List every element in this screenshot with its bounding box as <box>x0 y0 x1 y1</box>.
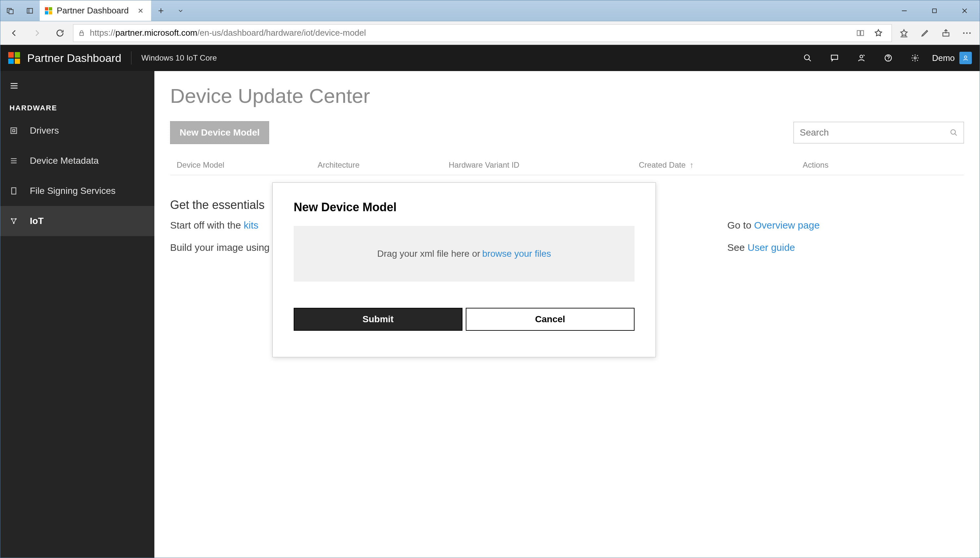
new-device-model-dialog: New Device Model Drag your xml file here… <box>272 182 656 357</box>
svg-point-13 <box>969 32 971 34</box>
app-body: HARDWARE Drivers Device Metadata File Si… <box>0 71 980 558</box>
essentials-row1-right: Go to Overview page <box>727 220 820 231</box>
sidebar-item-file-signing[interactable]: File Signing Services <box>0 176 154 206</box>
main-content: Device Update Center New Device Model De… <box>154 71 980 558</box>
sidebar-item-label: File Signing Services <box>30 185 115 196</box>
svg-rect-26 <box>13 130 15 132</box>
svg-rect-8 <box>80 33 84 35</box>
new-device-model-button[interactable]: New Device Model <box>170 121 269 144</box>
search-input[interactable] <box>800 127 950 138</box>
table-header-row: Device Model Architecture Hardware Varia… <box>170 156 964 175</box>
header-divider <box>131 51 132 64</box>
microsoft-logo-icon <box>8 52 20 64</box>
search-box[interactable] <box>794 122 964 143</box>
titlebar: Partner Dashboard × + <box>0 0 980 21</box>
iot-icon <box>10 217 21 225</box>
sidebar-item-device-metadata[interactable]: Device Metadata <box>0 146 154 176</box>
tab-favicon <box>45 7 52 15</box>
kits-link[interactable]: kits <box>244 220 259 231</box>
sidebar-item-iot[interactable]: IoT <box>0 206 154 236</box>
file-dropzone[interactable]: Drag your xml file here or browse your f… <box>294 226 634 282</box>
nav-back-button[interactable] <box>4 23 24 43</box>
favorite-icon[interactable] <box>874 28 887 38</box>
app-context[interactable]: Windows 10 IoT Core <box>141 53 217 62</box>
svg-point-12 <box>966 32 968 34</box>
user-name: Demo <box>932 53 955 63</box>
header-person-icon[interactable] <box>852 48 871 68</box>
nav-forward-button[interactable] <box>27 23 47 43</box>
page-title: Device Update Center <box>170 84 964 107</box>
svg-point-17 <box>860 55 863 58</box>
sort-arrow-icon: ↑ <box>690 161 693 169</box>
submit-button[interactable]: Submit <box>294 308 463 331</box>
reading-view-icon[interactable] <box>856 29 869 37</box>
user-guide-link[interactable]: User guide <box>748 242 795 253</box>
svg-rect-25 <box>11 128 16 133</box>
svg-point-21 <box>964 56 967 58</box>
app-header: Partner Dashboard Windows 10 IoT Core De… <box>0 45 980 71</box>
dialog-title: New Device Model <box>294 200 634 214</box>
browse-files-link[interactable]: browse your files <box>482 249 551 259</box>
browser-window: Partner Dashboard × + <box>0 0 980 558</box>
notes-icon[interactable] <box>916 24 934 42</box>
col-hardware-variant-id[interactable]: Hardware Variant ID <box>449 161 639 170</box>
user-avatar-icon <box>959 52 972 64</box>
cancel-button[interactable]: Cancel <box>466 308 634 331</box>
sidebar-section-header: HARDWARE <box>0 97 154 116</box>
filesign-icon <box>10 187 21 195</box>
col-created-date[interactable]: Created Date ↑ <box>639 161 803 170</box>
app-title[interactable]: Partner Dashboard <box>27 52 121 64</box>
sidebar: HARDWARE Drivers Device Metadata File Si… <box>0 71 154 558</box>
svg-rect-2 <box>27 8 33 13</box>
header-settings-icon[interactable] <box>905 48 925 68</box>
header-chat-icon[interactable] <box>825 48 844 68</box>
header-user[interactable]: Demo <box>932 52 972 64</box>
dialog-buttons: Submit Cancel <box>294 308 634 331</box>
tab-close-icon[interactable]: × <box>134 6 147 16</box>
essentials-row2-right: See User guide <box>727 242 795 253</box>
metadata-icon <box>10 156 21 165</box>
url-box[interactable]: https://partner.microsoft.com/en-us/dash… <box>73 24 892 42</box>
lock-icon <box>78 30 85 37</box>
tab-actions-icon[interactable] <box>0 7 20 15</box>
tab-dropdown-icon[interactable] <box>171 0 190 21</box>
sidebar-item-label: Device Metadata <box>30 156 99 166</box>
sidebar-item-drivers[interactable]: Drivers <box>0 116 154 146</box>
tab-aside-icon[interactable] <box>20 7 40 15</box>
svg-rect-30 <box>12 188 16 194</box>
titlebar-left <box>0 0 40 21</box>
col-architecture[interactable]: Architecture <box>318 161 449 170</box>
svg-point-19 <box>888 60 889 60</box>
toolbar: New Device Model <box>170 121 964 144</box>
overview-page-link[interactable]: Overview page <box>754 220 820 231</box>
url-text: https://partner.microsoft.com/en-us/dash… <box>90 28 852 38</box>
col-device-model[interactable]: Device Model <box>177 161 318 170</box>
svg-point-14 <box>804 55 809 60</box>
search-icon[interactable] <box>950 129 958 136</box>
col-actions[interactable]: Actions <box>803 161 964 170</box>
svg-line-15 <box>809 59 811 61</box>
svg-line-35 <box>955 134 957 136</box>
nav-refresh-button[interactable] <box>50 23 70 43</box>
svg-point-20 <box>914 57 916 59</box>
hamburger-icon[interactable] <box>0 74 154 97</box>
address-bar: https://partner.microsoft.com/en-us/dash… <box>0 21 980 45</box>
window-close-button[interactable] <box>950 0 980 21</box>
browser-tab[interactable]: Partner Dashboard × <box>40 0 151 21</box>
svg-rect-16 <box>831 55 838 59</box>
svg-point-11 <box>963 32 965 34</box>
header-search-icon[interactable] <box>798 48 817 68</box>
favorites-hub-icon[interactable] <box>895 24 913 42</box>
header-help-icon[interactable] <box>878 48 898 68</box>
more-icon[interactable] <box>958 24 976 42</box>
sidebar-item-label: Drivers <box>30 125 59 136</box>
window-minimize-button[interactable] <box>889 0 919 21</box>
svg-rect-5 <box>932 9 936 13</box>
svg-point-34 <box>951 130 955 134</box>
window-maximize-button[interactable] <box>919 0 950 21</box>
new-tab-button[interactable]: + <box>151 0 171 21</box>
tab-title: Partner Dashboard <box>57 6 130 16</box>
share-icon[interactable] <box>937 24 955 42</box>
sidebar-item-label: IoT <box>30 216 44 226</box>
drivers-icon <box>10 126 21 135</box>
